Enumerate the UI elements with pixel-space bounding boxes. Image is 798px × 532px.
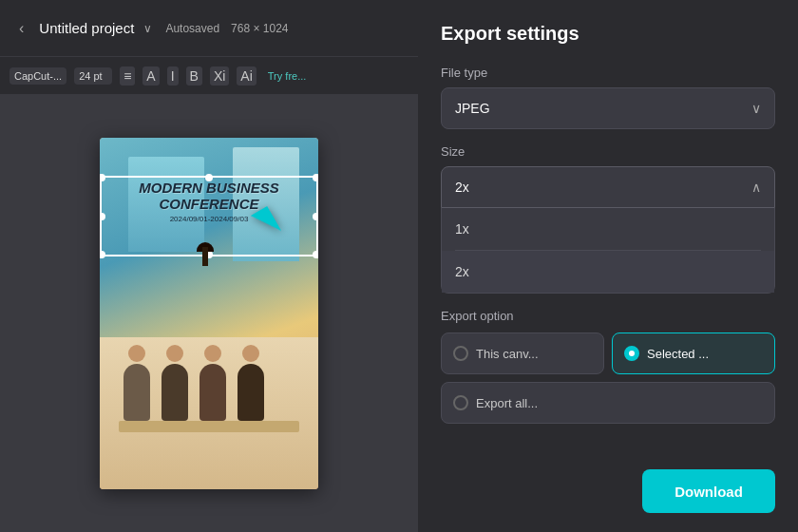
strikethrough-button[interactable]: Xi <box>210 66 229 86</box>
handle-bl <box>100 251 105 258</box>
export-all-button[interactable]: Export all... <box>441 382 775 424</box>
title-chevron-icon: ∨ <box>143 22 152 35</box>
export-settings-panel: Export settings File type JPEG ∨ Size 2x… <box>418 0 798 532</box>
canvas-card: MODERN BUSINESS CONFERENCE 2024/09/01-20… <box>100 138 318 489</box>
this-canvas-text: This canv... <box>476 347 539 361</box>
text-color-button[interactable]: A <box>142 66 159 86</box>
file-type-dropdown[interactable]: JPEG ∨ <box>441 87 775 129</box>
file-type-value: JPEG <box>455 101 490 116</box>
export-all-text: Export all... <box>476 396 538 410</box>
size-option-1x[interactable]: 1x <box>442 208 774 250</box>
size-option-2x[interactable]: 2x <box>442 251 774 293</box>
person-3 <box>200 364 226 421</box>
canvas-area[interactable]: MODERN BUSINESS CONFERENCE 2024/09/01-20… <box>0 95 418 532</box>
person-head-2 <box>166 345 183 362</box>
size-label: Size <box>441 144 775 159</box>
export-all-radio[interactable] <box>453 395 468 410</box>
this-canvas-radio[interactable] <box>453 346 468 361</box>
poster-subtitle: 2024/09/01-2024/09/03 <box>100 215 318 223</box>
canvas-size-label: 768 × 1024 <box>231 22 288 35</box>
person-head-4 <box>242 345 259 362</box>
bold-button[interactable]: B <box>186 66 202 86</box>
poster-title-box: MODERN BUSINESS CONFERENCE 2024/09/01-20… <box>100 180 318 223</box>
file-type-label: File type <box>441 66 775 80</box>
file-type-chevron-icon: ∨ <box>751 101 761 116</box>
export-title: Export settings <box>441 23 775 45</box>
size-options-list: 1x 2x <box>441 208 775 294</box>
person-4 <box>238 364 264 421</box>
selected-button[interactable]: Selected ... <box>612 332 775 374</box>
poster-table <box>119 421 299 432</box>
poster-main-title: MODERN BUSINESS CONFERENCE <box>100 180 318 212</box>
autosaved-label: Autosaved <box>165 22 219 35</box>
person-1 <box>124 364 150 421</box>
person-head-1 <box>128 345 145 362</box>
export-option-label: Export option <box>441 309 775 323</box>
project-title[interactable]: Untitled project <box>39 20 134 36</box>
person-head-3 <box>204 345 221 362</box>
handle-br <box>313 251 318 258</box>
size-chevron-icon: ∧ <box>751 180 761 195</box>
align-icon[interactable]: ≡ <box>120 66 135 86</box>
export-option-buttons: This canv... Selected ... <box>441 332 775 374</box>
poster-background: MODERN BUSINESS CONFERENCE 2024/09/01-20… <box>100 138 318 489</box>
try-free-link[interactable]: Try fre... <box>268 70 307 82</box>
person-2 <box>162 364 188 421</box>
selected-text: Selected ... <box>647 347 709 361</box>
download-button[interactable]: Download <box>642 469 775 513</box>
size-value: 2x <box>455 180 469 195</box>
font-selector[interactable]: CapCut-... <box>10 67 66 85</box>
selected-radio[interactable] <box>624 346 639 361</box>
format-toolbar: CapCut-... 24 pt ≡ A I B Xi Ai Try fre..… <box>0 57 418 95</box>
size-dropdown[interactable]: 2x ∧ <box>441 166 775 208</box>
lamp-pole <box>202 247 208 266</box>
italic-button[interactable]: I <box>167 66 179 86</box>
ai-button[interactable]: Ai <box>237 66 256 86</box>
left-panel: ‹ Untitled project ∨ Autosaved 768 × 102… <box>0 0 418 532</box>
font-size-input[interactable]: 24 pt <box>74 67 112 85</box>
this-canvas-button[interactable]: This canv... <box>441 332 604 374</box>
back-button[interactable]: ‹ <box>11 16 31 41</box>
top-toolbar: ‹ Untitled project ∨ Autosaved 768 × 102… <box>0 0 418 57</box>
